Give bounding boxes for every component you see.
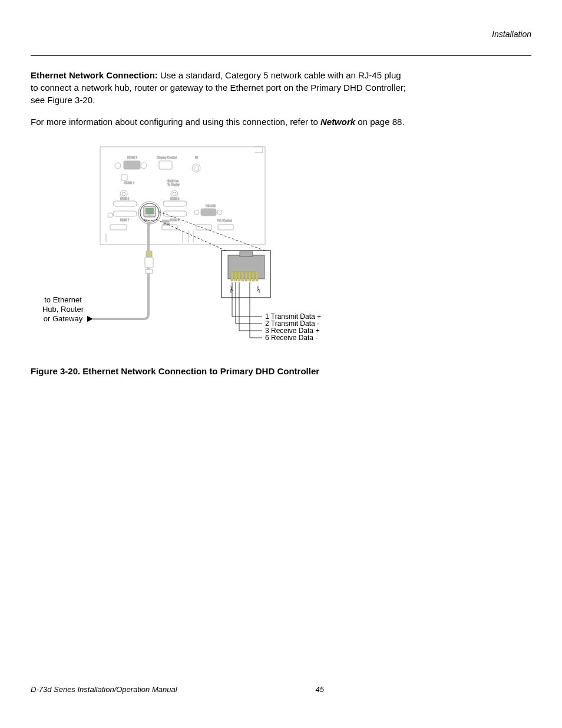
svg-rect-67 [256,272,258,281]
svg-rect-25 [163,211,187,216]
svg-text:or Gateway: or Gateway [44,314,83,323]
svg-rect-32 [218,225,233,230]
svg-text:6 Receive Data -: 6 Receive Data - [265,334,318,342]
svg-rect-23 [113,211,137,216]
svg-rect-21 [163,201,187,206]
svg-rect-19 [113,201,137,206]
page-footer: D-73d Series Installation/Operation Manu… [31,685,531,694]
svg-point-28 [194,210,199,215]
paragraph-2: For more information about configuring a… [31,116,408,128]
svg-point-16 [122,192,125,196]
para2-post: on page 88. [355,117,404,127]
svg-point-1 [108,213,113,218]
svg-rect-34 [196,225,211,230]
svg-rect-12 [121,174,127,180]
svg-point-10 [192,164,200,172]
svg-text:IR: IR [195,156,198,159]
svg-point-5 [141,163,147,169]
svg-rect-43 [146,208,154,214]
svg-rect-65 [249,272,251,281]
svg-rect-62 [238,272,240,281]
svg-point-15 [120,190,127,197]
svg-text:HDMI 3: HDMI 3 [127,156,137,159]
diagram-svg: HDMI 3 Display Control IR HDMI 4 [31,142,478,354]
svg-rect-59 [240,252,253,256]
svg-text:to Ethernet: to Ethernet [44,295,82,304]
svg-rect-29 [201,209,216,216]
svg-point-3 [115,163,121,169]
para2-link: Network [320,117,355,127]
para1-lead: Ethernet Network Connection: [31,70,158,80]
section-header: Installation [31,29,531,39]
svg-marker-51 [87,316,93,322]
svg-text:HDMI 8: HDMI 8 [170,219,180,222]
svg-text:HDMI Out: HDMI Out [167,180,179,183]
svg-point-18 [173,192,176,196]
svg-text:HDMI 4: HDMI 4 [124,181,134,185]
svg-text:HDMI 7: HDMI 7 [120,219,130,222]
svg-rect-48 [145,257,153,268]
svg-rect-7 [159,161,172,169]
paragraph-1: Ethernet Network Connection: Use a stand… [31,69,408,106]
figure-3-20: HDMI 3 Display Control IR HDMI 4 [31,142,531,354]
svg-text:HDMI 6: HDMI 6 [170,197,180,200]
svg-rect-66 [252,272,254,281]
svg-rect-33 [110,225,127,230]
svg-line-56 [158,212,266,251]
figure-caption: Figure 3-20. Ethernet Network Connection… [31,366,531,376]
svg-rect-44 [148,214,151,216]
para2-pre: For more information about configuring a… [31,117,320,127]
footer-page-number: 45 [316,685,324,694]
svg-text:RS-232: RS-232 [206,204,216,207]
svg-rect-50 [146,269,153,274]
svg-point-9 [194,166,199,170]
svg-text:HDMI 5: HDMI 5 [120,197,130,200]
divider [31,55,531,56]
svg-rect-64 [245,272,247,281]
svg-rect-4 [124,161,140,169]
svg-text:PC / Control: PC / Control [217,219,232,222]
svg-point-17 [171,190,178,197]
svg-text:Hub, Router: Hub, Router [42,305,84,314]
svg-rect-63 [242,272,244,281]
svg-point-30 [217,210,222,215]
svg-rect-61 [234,272,237,281]
svg-rect-60 [231,272,233,281]
svg-text:Display Control: Display Control [157,156,177,159]
svg-rect-49 [146,251,152,257]
footer-title: D-73d Series Installation/Operation Manu… [31,685,177,694]
svg-text:To Display: To Display [167,183,180,186]
